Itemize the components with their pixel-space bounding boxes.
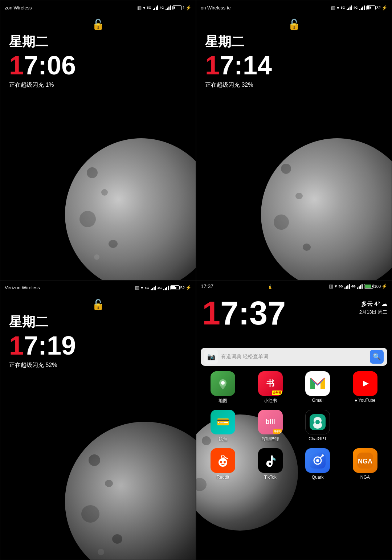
app-label-tiktok: TikTok xyxy=(264,475,277,480)
weather-temp: 多云 4° ☁ xyxy=(359,301,387,308)
svg-point-6 xyxy=(315,420,320,424)
charging-text-3: 正在超级闪充 52% xyxy=(9,361,76,369)
time-digit1-1: 1 xyxy=(9,51,24,80)
charging-text-1: 正在超级闪充 1% xyxy=(9,81,76,89)
time-display-1: 17:06 xyxy=(9,52,76,78)
home-big-time: 17:37 xyxy=(202,297,286,330)
svg-point-19 xyxy=(322,454,324,457)
app-icon-reddit xyxy=(211,448,235,473)
app-chatgpt[interactable]: ChatGPT xyxy=(295,410,340,442)
svg-point-8 xyxy=(219,458,227,467)
signal-3 xyxy=(151,285,156,290)
time-rest-1: 7:06 xyxy=(24,51,76,80)
svg-point-1 xyxy=(221,381,225,385)
home-wifi-icon: ▾ xyxy=(335,283,337,289)
signal-1 xyxy=(153,5,158,10)
screen-3: Verizon Wireless ▥ ▾ 5G 4G xyxy=(0,280,196,560)
home-time-first: 1 xyxy=(202,295,220,331)
app-label-chatgpt: ChatGPT xyxy=(309,436,327,441)
time-digit1-3: 1 xyxy=(9,331,24,360)
charging-bolt-3: ⚡ xyxy=(185,285,191,290)
5g-label-2: 5G xyxy=(341,6,345,9)
svg-point-12 xyxy=(222,455,224,458)
app-xiaohongshu[interactable]: 书 过年节 小红书 xyxy=(248,371,293,404)
battery-percent-3: 52 xyxy=(180,286,185,290)
charging-bolt-1: ⚡ xyxy=(185,5,191,11)
search-bar[interactable]: 📷 有道词典 轻松查单词 🔍 xyxy=(201,348,387,366)
home-time-rest: 7:37 xyxy=(220,295,286,331)
wifi-icon-1: ▾ xyxy=(143,5,146,11)
4g-label-2: 4G xyxy=(354,6,358,9)
vibrate-icon-3: ▥ xyxy=(135,285,139,290)
app-icon-nga: NGA xyxy=(353,448,377,473)
search-camera-btn[interactable]: 📷 xyxy=(204,350,218,364)
carrier-extra-2: te xyxy=(227,5,231,11)
app-maps[interactable]: 地图 xyxy=(201,371,245,404)
app-label-maps: 地图 xyxy=(219,398,227,404)
charging-text-2: 正在超级闪充 32% xyxy=(205,81,272,89)
screen-4: 17:37 🔒 ▥ ▾ 5G 4G xyxy=(196,280,392,560)
carrier-3: Verizon Wireless xyxy=(5,285,40,290)
app-label-quark: Quark xyxy=(312,475,324,480)
app-youtube[interactable]: ● YouTube xyxy=(343,371,388,404)
time-section-2: 星期二 17:14 正在超级闪充 32% xyxy=(205,33,272,89)
lock-icon-3: 🔓 xyxy=(92,299,105,311)
app-tiktok[interactable]: TikTok xyxy=(248,448,293,480)
4g-label-3: 4G xyxy=(158,286,162,290)
app-label-youtube: ● YouTube xyxy=(355,398,376,403)
app-icon-xiaohongshu: 书 过年节 xyxy=(258,371,283,396)
moon-3 xyxy=(65,422,196,560)
day-label-1: 星期二 xyxy=(9,33,76,51)
home-status-icons-4: ▥ ▾ 5G 4G xyxy=(329,283,387,289)
signal2-1 xyxy=(166,5,171,10)
app-gmail[interactable]: Gmail xyxy=(295,371,340,404)
battery-1: 1 ⚡ xyxy=(172,5,191,11)
app-icon-gmail xyxy=(305,371,330,396)
battery-3: 52 ⚡ xyxy=(170,285,191,290)
vibrate-icon-2: ▥ xyxy=(331,5,335,11)
app-reddit[interactable]: Reddit xyxy=(201,448,245,480)
5g-label-1: 5G xyxy=(147,6,151,9)
app-icon-quark xyxy=(305,448,330,473)
home-signal xyxy=(344,284,350,289)
app-label-reddit: Reddit xyxy=(217,475,229,480)
wifi-icon-2: ▾ xyxy=(337,5,339,11)
day-label-2: 星期二 xyxy=(205,33,272,51)
charging-bolt-2: ⚡ xyxy=(381,5,387,11)
time-rest-2: 7:14 xyxy=(220,51,272,80)
app-bilibili[interactable]: bili 拜年纪 哔哩哔哩 xyxy=(248,410,293,442)
signal2-3 xyxy=(163,285,169,290)
app-label-gmail: Gmail xyxy=(312,398,323,403)
app-label-nga: NGA xyxy=(360,475,370,480)
app-wallet[interactable]: 💳 钱包 xyxy=(201,410,245,442)
home-time-widget: 17:37 xyxy=(202,297,286,330)
time-digit1-2: 1 xyxy=(205,51,220,80)
5g-label-3: 5G xyxy=(145,286,149,290)
battery-2: 32 ⚡ xyxy=(366,5,387,11)
home-battery-percent: 100 xyxy=(374,284,381,289)
signal2-2 xyxy=(359,5,365,10)
weather-widget: 多云 4° ☁ 2月13日 周二 xyxy=(359,301,387,315)
battery-percent-2: 32 xyxy=(376,5,381,10)
app-icon-chatgpt xyxy=(305,410,330,434)
app-icon-tiktok xyxy=(258,448,283,473)
app-label-wallet: 钱包 xyxy=(219,436,227,442)
notch-2 xyxy=(270,0,318,12)
battery-percent-1: 1 xyxy=(183,5,185,10)
home-signal2 xyxy=(357,284,363,289)
screen-1: zon Wireless ▥ ▾ 5G 4G xyxy=(0,0,196,280)
carrier-1: zon Wireless xyxy=(5,5,32,11)
search-button[interactable]: 🔍 xyxy=(370,350,384,364)
home-time-status: 17:37 xyxy=(201,283,213,289)
app-nga[interactable]: NGA NGA xyxy=(343,448,388,480)
weather-date: 2月13日 周二 xyxy=(359,309,387,315)
screen-2: on Wireless te ▥ ▾ 5G 4G xyxy=(196,0,392,280)
notch-3 xyxy=(74,281,122,292)
app-quark[interactable]: Quark xyxy=(295,448,340,480)
app-icon-youtube xyxy=(353,371,377,396)
home-battery: 100 ⚡ xyxy=(364,283,387,289)
time-display-2: 17:14 xyxy=(205,52,272,78)
time-section-1: 星期二 17:06 正在超级闪充 1% xyxy=(9,33,76,89)
svg-point-17 xyxy=(316,459,319,462)
svg-point-9 xyxy=(220,461,222,463)
